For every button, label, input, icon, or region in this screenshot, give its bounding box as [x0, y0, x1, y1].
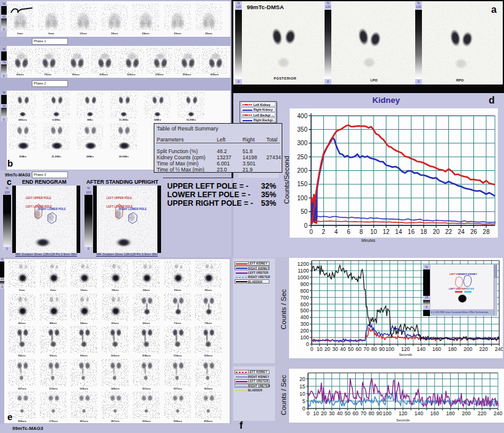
svg-text:50: 50	[301, 208, 308, 215]
svg-text:10: 10	[313, 410, 319, 416]
svg-text:120: 120	[401, 346, 410, 352]
svg-text:60: 60	[353, 410, 359, 416]
svg-text:180: 180	[446, 410, 455, 416]
svg-text:Seconds: Seconds	[396, 418, 410, 422]
svg-text:18: 18	[420, 228, 427, 235]
svg-text:120: 120	[399, 410, 407, 416]
svg-text:150: 150	[297, 181, 307, 187]
svg-text:220: 220	[478, 410, 486, 416]
svg-text:40: 40	[340, 346, 346, 352]
svg-text:0: 0	[307, 410, 310, 416]
svg-text:26: 26	[470, 228, 478, 235]
svg-text:100: 100	[300, 334, 309, 341]
svg-text:400: 400	[297, 113, 307, 119]
svg-text:0: 0	[310, 346, 314, 352]
svg-text:20: 20	[433, 228, 440, 235]
svg-text:220: 220	[480, 346, 488, 352]
svg-text:160: 160	[432, 346, 441, 352]
svg-text:80: 80	[369, 410, 375, 416]
svg-text:0: 0	[309, 228, 313, 235]
svg-text:200: 200	[297, 167, 307, 174]
svg-text:100: 100	[297, 195, 307, 201]
svg-text:15: 15	[299, 383, 306, 390]
svg-text:5: 5	[303, 398, 306, 404]
svg-text:70: 70	[364, 346, 370, 352]
svg-text:Seconds: Seconds	[399, 353, 412, 356]
svg-text:70: 70	[361, 410, 367, 416]
svg-text:0: 0	[303, 405, 306, 412]
svg-text:14: 14	[395, 228, 402, 235]
svg-text:80: 80	[371, 346, 377, 352]
svg-text:30: 30	[329, 410, 335, 416]
svg-text:50: 50	[345, 410, 351, 416]
svg-text:1200: 1200	[298, 261, 309, 267]
svg-text:300: 300	[300, 321, 309, 327]
svg-text:0: 0	[304, 222, 307, 229]
svg-text:28: 28	[483, 228, 490, 235]
svg-text:20: 20	[299, 376, 306, 382]
svg-text:1100: 1100	[298, 268, 309, 274]
svg-text:100: 100	[383, 410, 391, 416]
svg-text:6: 6	[347, 228, 351, 235]
svg-text:350: 350	[297, 126, 307, 133]
svg-text:2: 2	[322, 228, 326, 235]
svg-text:240: 240	[495, 346, 503, 352]
svg-text:30: 30	[333, 346, 339, 352]
svg-text:10: 10	[317, 346, 323, 352]
svg-text:20: 20	[325, 346, 331, 352]
svg-text:160: 160	[431, 410, 439, 416]
svg-text:0: 0	[306, 341, 309, 347]
svg-text:22: 22	[445, 228, 453, 235]
svg-text:20: 20	[321, 410, 327, 416]
svg-text:16: 16	[408, 228, 415, 235]
svg-text:400: 400	[300, 314, 309, 320]
svg-text:10: 10	[370, 228, 378, 235]
svg-text:24: 24	[457, 228, 465, 235]
svg-text:140: 140	[415, 410, 423, 416]
svg-text:500: 500	[300, 307, 309, 314]
svg-text:8: 8	[359, 228, 363, 235]
svg-text:250: 250	[297, 154, 307, 160]
svg-text:700: 700	[300, 295, 309, 301]
svg-text:90: 90	[377, 410, 383, 416]
svg-text:900: 900	[300, 281, 309, 287]
svg-text:240: 240	[494, 410, 502, 416]
svg-text:600: 600	[300, 301, 309, 307]
svg-text:200: 200	[300, 328, 309, 334]
svg-text:40: 40	[337, 410, 343, 416]
svg-text:200: 200	[464, 346, 472, 352]
svg-text:140: 140	[417, 346, 426, 352]
svg-text:50: 50	[348, 346, 354, 352]
svg-text:100: 100	[386, 346, 394, 352]
svg-text:800: 800	[300, 288, 309, 294]
svg-text:60: 60	[356, 346, 362, 352]
svg-text:12: 12	[383, 228, 390, 235]
svg-text:90: 90	[379, 346, 385, 352]
svg-text:300: 300	[297, 140, 307, 146]
svg-text:4: 4	[334, 228, 338, 235]
svg-text:1000: 1000	[298, 274, 309, 281]
svg-text:10: 10	[299, 391, 306, 397]
svg-text:200: 200	[462, 410, 470, 416]
svg-text:180: 180	[448, 346, 457, 352]
